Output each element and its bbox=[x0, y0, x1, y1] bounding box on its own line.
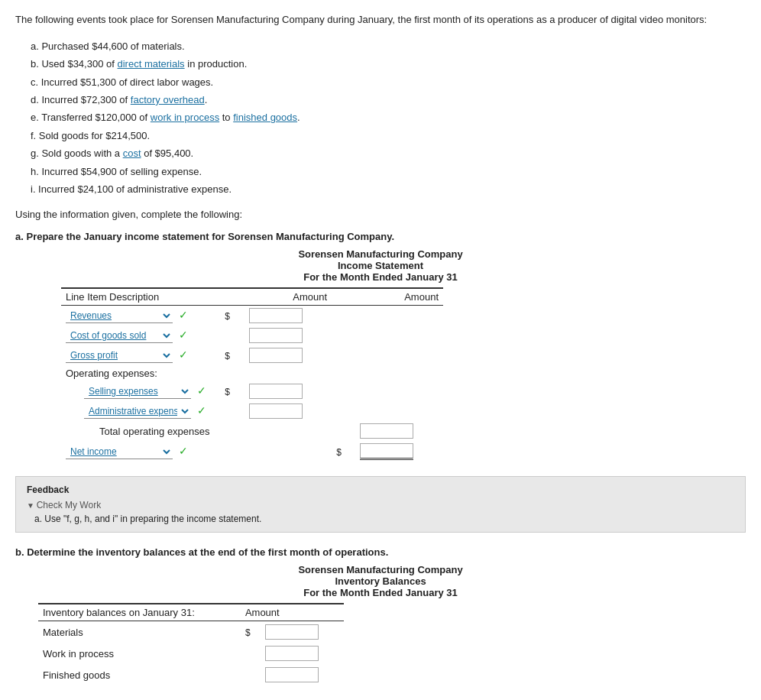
wip-amount-cell[interactable] bbox=[261, 643, 344, 664]
direct-materials-link: direct materials bbox=[117, 58, 184, 70]
revenues-amount2-cell bbox=[332, 306, 443, 326]
work-in-process-link: work in process bbox=[151, 112, 219, 123]
col-description-header: Line Item Description bbox=[61, 288, 220, 306]
finished-goods-amount-input[interactable] bbox=[265, 667, 319, 682]
gross-profit-amount-cell[interactable] bbox=[244, 345, 332, 365]
company-name-b: Sorensen Manufacturing Company bbox=[15, 564, 746, 575]
total-operating-row: Total operating expenses bbox=[61, 421, 443, 441]
revenues-dollar: $ bbox=[220, 306, 244, 326]
event-e: e. Transferred $120,000 of work in proce… bbox=[31, 109, 746, 126]
net-income-dollar2: $ bbox=[332, 441, 355, 462]
finished-goods-label: Finished goods bbox=[38, 664, 241, 685]
wip-label: Work in process bbox=[38, 643, 241, 664]
admin-expenses-dropdown[interactable]: Administrative expenses bbox=[84, 404, 191, 419]
event-h: h. Incurred $54,900 of selling expense. bbox=[31, 163, 746, 180]
materials-amount-input[interactable] bbox=[265, 624, 319, 640]
materials-amount-cell[interactable] bbox=[261, 621, 344, 643]
gross-profit-amount-input[interactable] bbox=[249, 348, 303, 363]
operating-expenses-label: Operating expenses: bbox=[61, 365, 443, 381]
finished-goods-row: Finished goods bbox=[38, 664, 344, 685]
company-header-a: Sorensen Manufacturing Company Income St… bbox=[15, 248, 746, 283]
events-list: a. Purchased $44,600 of materials. b. Us… bbox=[31, 37, 746, 199]
admin-expenses-row: Administrative expenses ✓ bbox=[61, 401, 443, 421]
net-income-dropdown[interactable]: Net income bbox=[66, 445, 173, 459]
admin-amount-cell[interactable] bbox=[244, 401, 332, 421]
net-income-row: Net income ✓ $ bbox=[61, 441, 443, 462]
wip-amount-input[interactable] bbox=[265, 646, 319, 661]
admin-amount-input[interactable] bbox=[249, 403, 303, 419]
admin-dollar bbox=[220, 401, 244, 421]
selling-expenses-dropdown[interactable]: Selling expenses bbox=[84, 384, 191, 399]
wip-row: Work in process bbox=[38, 643, 344, 664]
check-my-work[interactable]: Check My Work bbox=[27, 500, 734, 510]
total-op-dollar2 bbox=[332, 421, 355, 441]
cogs-row: Cost of goods sold ✓ bbox=[61, 326, 443, 345]
selling-amount2-cell bbox=[332, 381, 443, 401]
revenues-dropdown-cell[interactable]: Revenues ✓ bbox=[61, 306, 220, 326]
cogs-dropdown-cell[interactable]: Cost of goods sold ✓ bbox=[61, 326, 220, 345]
event-f: f. Sold goods for $214,500. bbox=[31, 127, 746, 144]
statement-title-a: Income Statement bbox=[15, 260, 746, 271]
event-c: c. Incurred $51,300 of direct labor wage… bbox=[31, 73, 746, 91]
admin-expenses-dropdown-cell[interactable]: Administrative expenses ✓ bbox=[61, 401, 220, 421]
net-income-amount2-cell[interactable] bbox=[355, 441, 443, 462]
selling-expenses-check: ✓ bbox=[197, 384, 206, 397]
inventory-header-row: Inventory balances on January 31: Amount bbox=[38, 604, 344, 621]
gross-profit-dropdown-cell[interactable]: Gross profit ✓ bbox=[61, 345, 220, 365]
company-name-a: Sorensen Manufacturing Company bbox=[15, 248, 746, 260]
selling-amount-cell[interactable] bbox=[244, 381, 332, 401]
gross-profit-check: ✓ bbox=[179, 348, 188, 361]
feedback-title: Feedback bbox=[27, 484, 734, 495]
company-header-b: Sorensen Manufacturing Company Inventory… bbox=[15, 564, 746, 598]
selling-amount-input[interactable] bbox=[249, 384, 303, 399]
finished-goods-dollar bbox=[241, 664, 261, 685]
period-b: For the Month Ended January 31 bbox=[15, 587, 746, 598]
cost-link: cost bbox=[123, 147, 141, 159]
selling-expenses-dropdown-cell[interactable]: Selling expenses ✓ bbox=[61, 381, 220, 401]
total-operating-label: Total operating expenses bbox=[61, 421, 220, 441]
operating-expenses-label-row: Operating expenses: bbox=[61, 365, 443, 381]
event-a: a. Purchased $44,600 of materials. bbox=[31, 37, 746, 55]
selling-expenses-row: Selling expenses ✓ $ bbox=[61, 381, 443, 401]
revenues-dropdown[interactable]: Revenues bbox=[66, 309, 173, 323]
inventory-col2-header: Amount bbox=[241, 604, 344, 621]
gross-profit-amount2-cell bbox=[332, 345, 443, 365]
materials-label: Materials bbox=[38, 621, 241, 643]
net-income-check: ✓ bbox=[179, 445, 188, 457]
part-a-label: a. Prepare the January income statement … bbox=[15, 231, 746, 242]
inventory-col1-header: Inventory balances on January 31: bbox=[38, 604, 241, 621]
cogs-dollar bbox=[220, 326, 244, 345]
revenues-amount-input[interactable] bbox=[249, 308, 303, 323]
gross-profit-row: Gross profit ✓ $ bbox=[61, 345, 443, 365]
revenues-amount-cell[interactable] bbox=[244, 306, 332, 326]
income-statement-table: Line Item Description Amount Amount Reve… bbox=[61, 287, 443, 462]
net-income-amount-input[interactable] bbox=[360, 443, 413, 460]
income-table-header: Line Item Description Amount Amount bbox=[61, 288, 443, 306]
col-amount1-header: Amount bbox=[220, 288, 332, 306]
cogs-amount-cell[interactable] bbox=[244, 326, 332, 345]
event-g: g. Sold goods with a cost of $95,400. bbox=[31, 144, 746, 162]
event-i: i. Incurred $24,100 of administrative ex… bbox=[31, 180, 746, 198]
part-b-section: b. Determine the inventory balances at t… bbox=[15, 546, 746, 685]
net-income-dropdown-cell[interactable]: Net income ✓ bbox=[61, 441, 220, 462]
event-d: d. Incurred $72,300 of factory overhead. bbox=[31, 91, 746, 109]
cogs-amount-input[interactable] bbox=[249, 328, 303, 343]
feedback-box: Feedback Check My Work a. Use "f, g, h, … bbox=[15, 476, 746, 533]
total-op-amount2-cell[interactable] bbox=[355, 421, 443, 441]
part-b-label: b. Determine the inventory balances at t… bbox=[15, 546, 746, 558]
period-a: For the Month Ended January 31 bbox=[15, 271, 746, 283]
total-operating-amount-input[interactable] bbox=[360, 423, 413, 439]
selling-dollar: $ bbox=[220, 381, 244, 401]
factory-overhead-link: factory overhead bbox=[131, 94, 205, 105]
wip-dollar bbox=[241, 643, 261, 664]
revenues-check: ✓ bbox=[179, 309, 188, 321]
gross-profit-dropdown[interactable]: Gross profit bbox=[66, 348, 173, 363]
feedback-note: a. Use "f, g, h, and i" in preparing the… bbox=[34, 514, 734, 524]
finished-goods-link: finished goods bbox=[233, 112, 297, 123]
cogs-dropdown[interactable]: Cost of goods sold bbox=[66, 329, 173, 343]
admin-amount2-cell bbox=[332, 401, 443, 421]
total-op-dollar bbox=[220, 421, 244, 441]
finished-goods-amount-cell[interactable] bbox=[261, 664, 344, 685]
revenues-row: Revenues ✓ $ bbox=[61, 306, 443, 326]
total-op-amount-cell bbox=[244, 421, 332, 441]
